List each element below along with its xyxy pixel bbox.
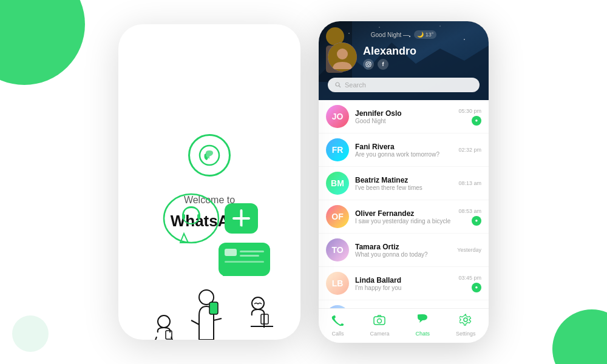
svg-point-29: [367, 63, 370, 66]
chat-avatar: FR: [326, 138, 349, 161]
chat-item[interactable]: LB Linda Ballard I'm happy for you 03:45…: [319, 267, 489, 300]
unread-badge: ●: [472, 283, 481, 292]
phone-right: Good Night — 🌙 13° Alexandro: [319, 21, 489, 343]
header-top: Good Night — 🌙 13°: [328, 30, 480, 39]
bottom-nav: Calls Camera Chats Settings: [319, 308, 489, 343]
phone-header: Good Night — 🌙 13° Alexandro: [319, 21, 489, 100]
settings-nav-icon: [459, 314, 472, 329]
svg-point-31: [336, 83, 339, 86]
svg-point-21: [439, 25, 441, 27]
chat-time: 05:30 pm: [458, 108, 481, 114]
chat-meta: 03:45 pm ●: [458, 275, 481, 292]
chat-meta: 02:32 pm: [458, 147, 481, 153]
chat-content: Jennifer Oslo Good Night: [355, 109, 452, 124]
chat-content: Fani Rivera Are you gonna work tomorrow?: [355, 143, 452, 158]
chat-preview: I saw you yesterday riding a bicycle: [355, 218, 452, 224]
search-bar[interactable]: Search: [328, 78, 480, 92]
svg-point-30: [370, 62, 370, 63]
chat-meta: Yesterday: [457, 247, 481, 253]
nav-item-calls[interactable]: Calls: [331, 314, 344, 337]
unread-badge: ●: [472, 216, 481, 226]
phone-left: Welcome to WhatsApp: [118, 24, 300, 340]
chat-avatar: LB: [326, 272, 349, 295]
chat-time: Yesterday: [457, 247, 481, 253]
instagram-icon[interactable]: [363, 59, 374, 70]
illustration: [118, 170, 300, 340]
chat-name: Linda Ballard: [355, 276, 452, 285]
chat-content: Linda Ballard I'm happy for you: [355, 276, 452, 291]
svg-rect-8: [240, 251, 264, 252]
chat-item[interactable]: FR Fani Rivera Are you gonna work tomorr…: [319, 133, 489, 167]
chat-name: Oliver Fernandez: [355, 209, 452, 218]
calls-nav-label: Calls: [331, 331, 344, 337]
chat-preview: Good Night: [355, 118, 452, 124]
chat-item[interactable]: TG Thiago Garner Did you call Leonard? 0…: [319, 300, 489, 308]
chat-avatar: OF: [326, 205, 349, 228]
svg-rect-10: [225, 261, 264, 263]
chat-name: Beatriz Matinez: [355, 176, 452, 184]
chats-nav-label: Chats: [415, 331, 430, 337]
chat-name: Tamara Ortiz: [355, 243, 451, 251]
camera-nav-label: Camera: [370, 331, 389, 337]
main-container: Welcome to WhatsApp: [18, 18, 589, 346]
chat-avatar: BM: [326, 172, 349, 195]
weather-badge: 🌙 13°: [414, 30, 436, 39]
profile-info: Alexandro f: [363, 45, 480, 70]
svg-rect-3: [182, 214, 185, 219]
social-icons: f: [363, 59, 480, 70]
profile-avatar: [328, 42, 357, 72]
chats-nav-icon: [416, 314, 429, 329]
search-placeholder: Search: [345, 81, 366, 89]
chat-item[interactable]: BM Beatriz Matinez I've been there few t…: [319, 167, 489, 200]
chat-list: JO Jennifer Oslo Good Night 05:30 pm ● F…: [319, 100, 489, 308]
chat-time: 08:53 am: [458, 208, 481, 214]
nav-item-chats[interactable]: Chats: [415, 314, 430, 337]
chat-item[interactable]: JO Jennifer Oslo Good Night 05:30 pm ●: [319, 100, 489, 133]
chat-name: Fani Rivera: [355, 143, 452, 151]
unread-badge: ●: [472, 116, 481, 126]
chat-name: Jennifer Oslo: [355, 109, 452, 118]
svg-point-15: [158, 315, 170, 328]
svg-rect-16: [166, 331, 172, 339]
profile-name: Alexandro: [363, 45, 480, 58]
svg-point-27: [337, 49, 348, 59]
chat-preview: Are you gonna work tomorrow?: [355, 151, 452, 158]
svg-point-33: [378, 319, 382, 323]
svg-point-34: [464, 318, 467, 322]
chat-item[interactable]: OF Oliver Fernandez I saw you yesterday …: [319, 200, 489, 234]
svg-rect-12: [209, 302, 218, 314]
calls-nav-icon: [331, 314, 344, 329]
svg-rect-9: [240, 255, 259, 257]
chat-preview: I've been there few times: [355, 184, 452, 191]
chat-item[interactable]: TO Tamara Ortiz What you gonna do today?…: [319, 234, 489, 267]
chat-content: Oliver Fernandez I saw you yesterday rid…: [355, 209, 452, 224]
chat-meta: 08:13 am: [458, 180, 481, 186]
chat-preview: What you gonna do today?: [355, 251, 451, 258]
nav-item-camera[interactable]: Camera: [370, 314, 389, 337]
svg-point-19: [379, 27, 380, 28]
camera-nav-icon: [373, 314, 385, 329]
facebook-icon[interactable]: f: [378, 59, 388, 70]
chat-avatar: JO: [326, 105, 349, 128]
chat-time: 02:32 pm: [458, 147, 481, 153]
settings-nav-label: Settings: [456, 331, 476, 337]
svg-point-1: [164, 194, 219, 243]
chat-time: 03:45 pm: [458, 275, 481, 281]
svg-rect-4: [197, 214, 200, 219]
svg-rect-7: [225, 249, 237, 256]
chat-avatar: TO: [326, 238, 349, 261]
svg-point-22: [464, 39, 465, 40]
chat-meta: 05:30 pm ●: [458, 108, 481, 126]
good-night-label: Good Night —: [371, 32, 409, 38]
chat-preview: I'm happy for you: [355, 285, 452, 291]
chat-content: Tamara Ortiz What you gonna do today?: [355, 243, 451, 258]
chat-content: Beatriz Matinez I've been there few time…: [355, 176, 452, 191]
nav-item-settings[interactable]: Settings: [456, 314, 476, 337]
chat-meta: 08:53 am ●: [458, 208, 481, 226]
header-profile: Alexandro f: [328, 42, 480, 72]
chat-time: 08:13 am: [458, 180, 481, 186]
